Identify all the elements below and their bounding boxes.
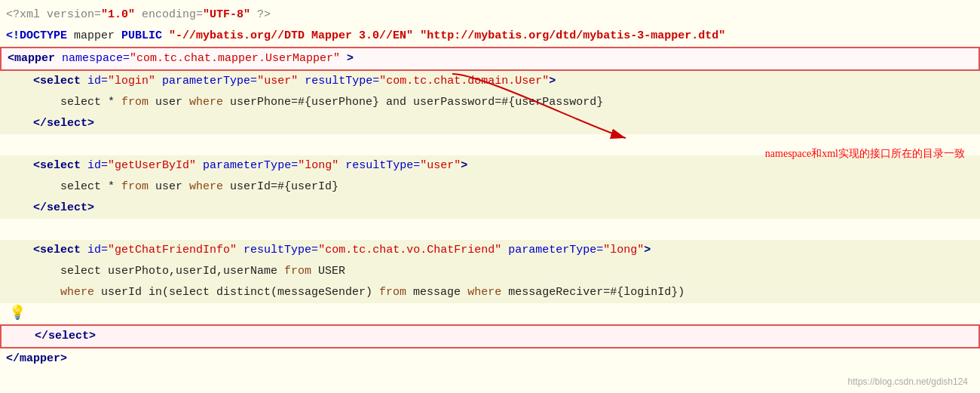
line-mapper-close: </mapper> xyxy=(0,348,980,370)
line-select1-close: </select> xyxy=(0,113,980,134)
line-blank3: 💡 xyxy=(0,303,980,324)
annotation-text: namespace和xml实现的接口所在的目录一致 xyxy=(765,147,965,161)
line-select3-body2: where userId in(select distinct(messageS… xyxy=(0,282,980,303)
line-xml-decl: <?xml version="1.0" encoding="UTF-8" ?> xyxy=(0,5,980,26)
line-blank2 xyxy=(0,219,980,240)
line-select3-open: <select id="getChatFriendInfo" resultTyp… xyxy=(0,240,980,261)
line-doctype: <!DOCTYPE mapper PUBLIC "-//mybatis.org/… xyxy=(0,26,980,47)
line-select2-close: </select> xyxy=(0,198,980,219)
line-select3-close: </select> xyxy=(0,324,980,348)
line-select3-body1: select userPhoto,userId,userName from US… xyxy=(0,261,980,282)
line-select1-open: <select id="login" parameterType="user" … xyxy=(0,71,980,92)
line-mapper-open: <mapper namespace="com.tc.chat.mapper.Us… xyxy=(0,47,980,71)
bottom-url: https://blog.csdn.net/gdish124 xyxy=(848,376,968,387)
line-select1-body: select * from user where userPhone=#{use… xyxy=(0,92,980,113)
line-select2-body: select * from user where userId=#{userId… xyxy=(0,177,980,198)
code-container: <?xml version="1.0" encoding="UTF-8" ?> … xyxy=(0,0,980,393)
lightbulb-icon: 💡 xyxy=(9,304,26,321)
